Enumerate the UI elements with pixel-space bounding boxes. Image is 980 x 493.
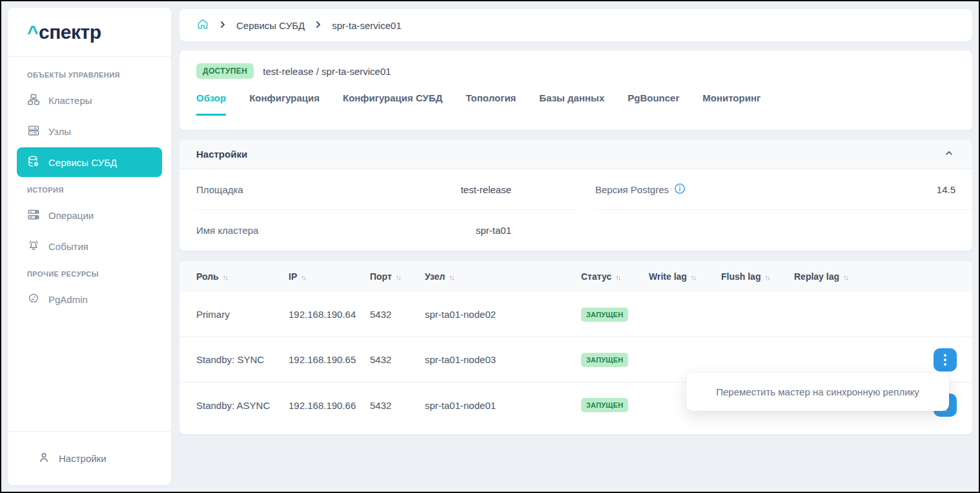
field-label: Версия Postgres: [595, 184, 669, 195]
tab-topology[interactable]: Топология: [465, 83, 516, 116]
chevron-right-icon: [315, 19, 322, 31]
status-badge-running: ЗАПУЩЕН: [581, 398, 628, 412]
status-badge: ДОСТУПЕН: [196, 63, 254, 79]
logo-caret-icon: ^: [27, 21, 38, 43]
tab-configuration[interactable]: Конфигурация: [249, 83, 320, 116]
cell-port: 5432: [370, 309, 425, 320]
cell-node: spr-ta01-node02: [425, 309, 581, 320]
field-label: Площадка: [196, 184, 243, 195]
column-header-node: Узел: [425, 271, 445, 282]
field-value: spr-ta01: [476, 225, 511, 236]
row-actions-menu: Переместить мастер на синхронную реплику: [686, 373, 949, 411]
tab-bar: Обзор Конфигурация Конфигурация СУБД Топ…: [179, 83, 972, 116]
breadcrumb-db-services[interactable]: Сервисы СУБД: [236, 20, 305, 31]
column-header-write-lag: Write lag: [649, 271, 687, 282]
collapse-chevron-up-icon[interactable]: [944, 148, 954, 161]
settings-right-column: Версия Postgres 14.5: [576, 169, 972, 251]
sidebar-item-label: Операции: [48, 210, 94, 221]
tab-databases[interactable]: Базы данных: [539, 83, 604, 116]
settings-row-site: Площадка test-release: [196, 169, 576, 210]
column-header-replay-lag: Replay lag: [794, 271, 839, 282]
service-header-card: ДОСТУПЕН test-release / spr-ta-service01…: [179, 50, 972, 130]
info-icon[interactable]: [674, 183, 686, 196]
sidebar-item-label: PgAdmin: [48, 294, 88, 305]
tab-dbms-configuration[interactable]: Конфигурация СУБД: [343, 83, 442, 116]
home-icon[interactable]: [196, 17, 209, 33]
settings-left-column: Площадка test-release Имя кластера spr-t…: [179, 169, 576, 251]
nav-section-management: ОБЪЕКТЫ УПРАВЛЕНИЯ: [17, 63, 162, 84]
settings-panel: Настройки Площадка test-release Имя клас…: [179, 140, 972, 251]
sidebar-item-label: Кластеры: [48, 95, 92, 106]
sidebar-item-settings[interactable]: Настройки: [8, 431, 171, 485]
sidebar-item-pgadmin[interactable]: PgAdmin: [17, 284, 162, 314]
chevron-right-icon: [219, 19, 226, 31]
nav-section-other-resources: ПРОЧИЕ РЕСУРСЫ: [17, 262, 162, 283]
cell-role: Standby: ASYNC: [196, 400, 289, 411]
operations-icon: [27, 208, 40, 223]
tab-pgbouncer[interactable]: PgBouncer: [628, 83, 679, 116]
field-label: Имя кластера: [196, 225, 258, 236]
settings-row-postgres-version: Версия Postgres 14.5: [595, 169, 972, 210]
sort-icon[interactable]: [691, 271, 695, 282]
page-title: test-release / spr-ta-service01: [263, 66, 391, 77]
user-icon: [37, 451, 50, 466]
status-badge-running: ЗАПУЩЕН: [581, 308, 628, 322]
breadcrumb-current: spr-ta-service01: [332, 20, 402, 31]
sort-icon[interactable]: [764, 271, 769, 282]
field-value: test-release: [461, 184, 511, 195]
settings-row-cluster-name: Имя кластера spr-ta01: [196, 210, 576, 251]
sidebar-item-label: События: [48, 241, 88, 252]
db-service-icon: [27, 155, 40, 170]
sidebar-item-nodes[interactable]: Узлы: [17, 116, 162, 146]
status-badge-running: ЗАПУЩЕН: [581, 353, 628, 367]
tab-monitoring[interactable]: Мониторинг: [702, 83, 761, 116]
cell-role: Primary: [196, 309, 289, 320]
sidebar-item-clusters[interactable]: Кластеры: [17, 85, 162, 115]
menu-item-switchover[interactable]: Переместить мастер на синхронную реплику: [716, 386, 919, 397]
cell-node: spr-ta01-node01: [425, 400, 581, 411]
sort-icon[interactable]: [615, 271, 620, 282]
clusters-icon: [27, 93, 40, 108]
sidebar-nav: ОБЪЕКТЫ УПРАВЛЕНИЯ Кластеры У: [8, 57, 171, 431]
tab-overview[interactable]: Обзор: [196, 83, 226, 116]
sort-icon[interactable]: [301, 271, 305, 282]
sort-icon[interactable]: [396, 271, 400, 282]
column-header-flush-lag: Flush lag: [721, 271, 761, 282]
cell-ip: 192.168.190.64: [289, 309, 370, 320]
breadcrumb: Сервисы СУБД spr-ta-service01: [179, 9, 972, 41]
cell-role: Standby: SYNC: [196, 354, 289, 365]
sidebar-item-db-services[interactable]: Сервисы СУБД: [17, 147, 162, 177]
cell-node: spr-ta01-node03: [425, 354, 581, 365]
cell-port: 5432: [370, 400, 425, 411]
events-bell-icon: [27, 239, 40, 254]
cell-port: 5432: [370, 354, 425, 365]
cell-ip: 192.168.190.66: [289, 400, 370, 411]
sidebar-item-events[interactable]: События: [17, 231, 162, 261]
sort-icon[interactable]: [223, 271, 227, 282]
sidebar-item-label: Настройки: [59, 453, 107, 464]
column-header-ip: IP: [289, 271, 297, 282]
table-row-primary: Primary 192.168.190.64 5432 spr-ta01-nod…: [179, 292, 972, 337]
logo-text: спектр: [39, 21, 101, 43]
table-header-row: Роль IP Порт Узел Статус Write lag Flush…: [179, 261, 972, 292]
nodes-icon: [27, 124, 40, 139]
main-content: Сервисы СУБД spr-ta-service01 ДОСТУПЕН t…: [179, 9, 972, 434]
sidebar-item-operations[interactable]: Операции: [17, 200, 162, 230]
settings-panel-title: Настройки: [196, 149, 247, 160]
row-actions-kebab-button[interactable]: [934, 348, 957, 372]
field-value: 14.5: [937, 184, 955, 195]
column-header-status: Статус: [581, 271, 611, 282]
column-header-role: Роль: [196, 271, 219, 282]
nav-section-history: ИСТОРИЯ: [17, 178, 162, 199]
cell-ip: 192.168.190.65: [289, 354, 370, 365]
sort-icon[interactable]: [449, 271, 453, 282]
sidebar: ^спектр ОБЪЕКТЫ УПРАВЛЕНИЯ Кластеры: [8, 8, 171, 485]
sort-icon[interactable]: [843, 271, 848, 282]
app-logo[interactable]: ^спектр: [8, 8, 171, 57]
column-header-port: Порт: [370, 271, 392, 282]
app-frame: ^спектр ОБЪЕКТЫ УПРАВЛЕНИЯ Кластеры: [0, 0, 980, 493]
sidebar-item-label: Сервисы СУБД: [48, 157, 117, 168]
sidebar-item-label: Узлы: [48, 126, 71, 137]
pgadmin-elephant-icon: [27, 292, 40, 307]
